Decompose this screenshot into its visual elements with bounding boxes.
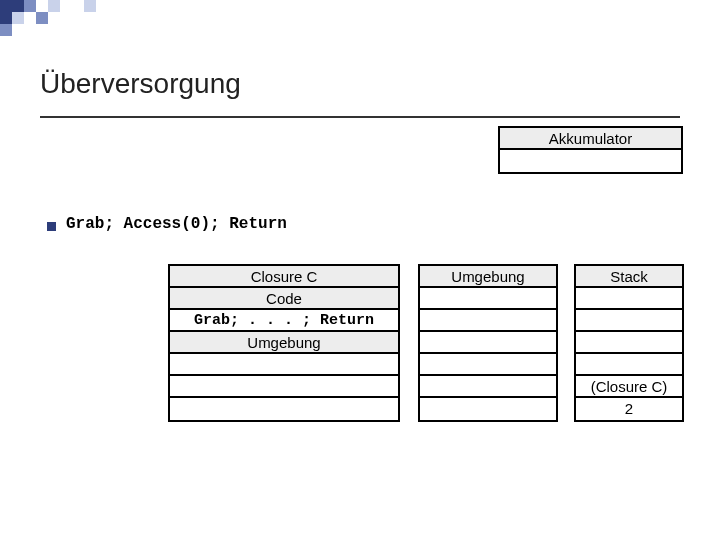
stack-row xyxy=(576,288,682,310)
accumulator-label: Akkumulator xyxy=(500,128,681,150)
environment-row xyxy=(420,310,556,332)
stack-row: 2 xyxy=(576,398,682,420)
environment-header: Umgebung xyxy=(420,266,556,288)
environment-box: Umgebung xyxy=(418,264,558,422)
closure-env-row xyxy=(170,354,398,376)
closure-code-label: Code xyxy=(170,288,398,310)
corner-decoration xyxy=(0,0,96,12)
closure-env-label: Umgebung xyxy=(170,332,398,354)
accumulator-box: Akkumulator xyxy=(498,126,683,174)
environment-row xyxy=(420,354,556,376)
stack-header: Stack xyxy=(576,266,682,288)
closure-code-value: Grab; . . . ; Return xyxy=(170,310,398,332)
environment-row xyxy=(420,398,556,420)
stack-row xyxy=(576,354,682,376)
title-rule xyxy=(40,116,680,118)
accumulator-value xyxy=(500,150,681,172)
environment-row xyxy=(420,376,556,398)
closure-box: Closure C Code Grab; . . . ; Return Umge… xyxy=(168,264,400,422)
environment-row xyxy=(420,288,556,310)
instruction-sequence: Grab; Access(0); Return xyxy=(66,215,287,233)
corner-decoration xyxy=(0,12,48,24)
stack-row: (Closure C) xyxy=(576,376,682,398)
stack-row xyxy=(576,310,682,332)
bullet-icon xyxy=(47,222,56,231)
closure-header: Closure C xyxy=(170,266,398,288)
closure-env-row xyxy=(170,376,398,398)
closure-env-row xyxy=(170,398,398,420)
environment-row xyxy=(420,332,556,354)
stack-box: Stack (Closure C) 2 xyxy=(574,264,684,422)
stack-row xyxy=(576,332,682,354)
corner-decoration xyxy=(0,24,12,36)
slide-title: Überversorgung xyxy=(40,68,241,100)
